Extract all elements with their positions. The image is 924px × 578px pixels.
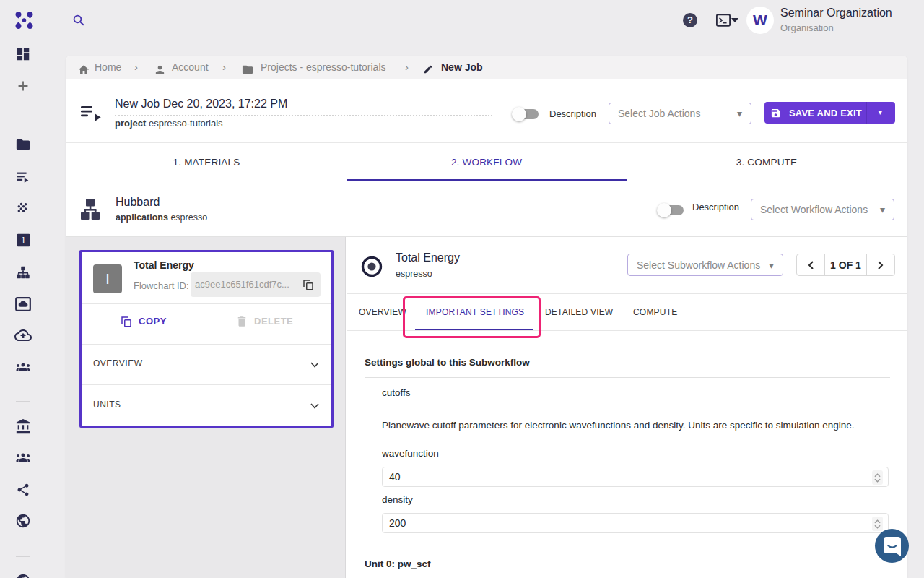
svg-text:1: 1 [21,236,26,246]
